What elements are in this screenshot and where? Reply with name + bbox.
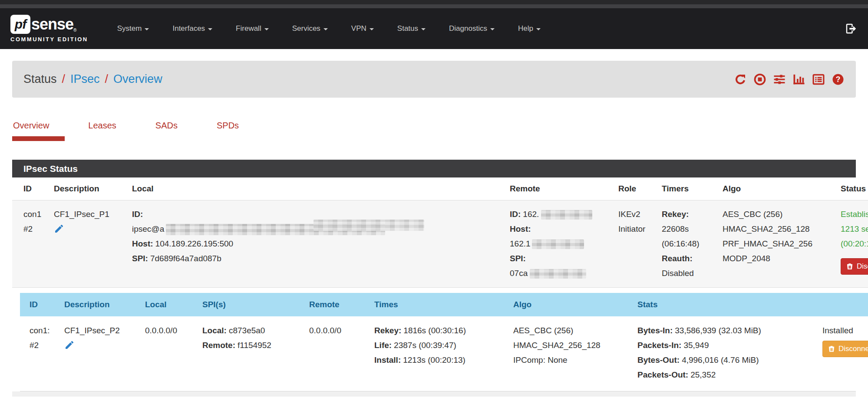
subnav-tabs: Overview Leases SADs SPDs [12,121,856,141]
cell-algo: AES_CBC (256) HMAC_SHA2_256_128 PRF_HMAC… [716,200,835,288]
navbar-top-strip [0,4,868,8]
cell-local: ID: ipsec@a Host:104.189.226.195:500 SPI… [126,200,504,288]
chevron-down-icon [421,28,426,30]
col-algo: Algo [507,293,631,316]
sign-out-icon [845,22,858,35]
registered-mark: ® [73,28,76,33]
breadcrumb-root: Status [23,72,57,86]
disconnect-p1-button[interactable]: Disconnect [841,258,868,275]
redaction-block [532,240,584,249]
redaction-block [541,210,592,220]
panel-title: IPsec Status [12,160,856,177]
breadcrumb-link-ipsec[interactable]: IPsec [70,72,100,86]
cell-role: IKEv2 Initiator [612,200,656,288]
col-status [816,293,868,316]
col-stats: Stats [631,293,816,316]
edit-p1-button[interactable] [54,223,64,239]
sliders-icon[interactable] [773,73,786,86]
chevron-down-icon [145,28,149,30]
redaction-block [314,220,424,231]
breadcrumb-link-overview[interactable]: Overview [113,72,162,86]
col-remote: Remote [303,293,368,316]
cell-id: con1 #2 [12,200,48,288]
child-sa-section: ID Description Local SPI(s) Remote Times… [20,288,856,391]
pfsense-logo[interactable]: pf sense ® COMMUNITY EDITION [10,15,88,43]
cell-local: 0.0.0.0/0 [139,316,196,391]
menu-help[interactable]: Help [506,24,552,33]
refresh-icon[interactable] [734,73,747,86]
chevron-down-icon [536,28,541,30]
chevron-down-icon [264,28,269,30]
logout-button[interactable] [845,22,858,35]
edit-p2-button[interactable] [64,340,75,355]
cell-description: CF1_IPsec_P1 [48,200,126,288]
page-toolbar: ? [734,73,845,86]
menu-services[interactable]: Services [281,24,340,33]
col-times: Times [368,293,507,316]
trash-icon [828,345,835,353]
cell-spis: Local:c873e5a0 Remote:f1154952 [196,316,303,391]
chevron-down-icon [208,28,212,30]
status-installed: Installed [822,323,868,338]
child-sa-row: con1: #2 CF1_IPsec_P2 0.0.0.0/0 [20,316,868,391]
col-id: ID [20,293,58,316]
col-spis: SPI(s) [196,293,303,316]
log-list-icon[interactable] [812,73,825,86]
col-description: Description [48,177,126,200]
col-timers: Timers [656,177,716,200]
breadcrumb-bar: Status / IPsec / Overview ? [12,61,856,98]
col-algo: Algo [716,177,835,200]
ike-sa-table: ID Description Local Remote Role Timers … [12,177,868,288]
ike-header-row: ID Description Local Remote Role Timers … [12,177,868,200]
cell-algo: AES_CBC (256) HMAC_SHA2_256_128 IPComp: … [507,316,631,391]
tab-overview[interactable]: Overview [13,121,49,141]
pf-logo-box: pf [10,15,30,34]
cell-remote: ID:162. Host: 162.1 SPI: 07ca [504,200,612,288]
menu-status[interactable]: Status [386,24,437,33]
cell-timers: Rekey: 22608s (06:16:48) Reauth: Disable… [656,200,716,288]
col-status: Status [835,177,868,200]
pencil-icon [54,223,64,234]
page-content: Status / IPsec / Overview ? [0,61,868,397]
breadcrumb: Status / IPsec / Overview [23,72,162,86]
top-navbar: pf sense ® COMMUNITY EDITION System Inte… [0,8,868,49]
cell-stats: Bytes-In:33,586,939 (32.03 MiB) Packets-… [631,316,816,391]
breadcrumb-separator: / [105,72,109,86]
cell-status: Established 1213 seconds (00:20:13) Disc… [835,200,868,288]
browser-top-strip [0,0,868,4]
cell-description: CF1_IPsec_P2 [58,316,139,391]
chevron-down-icon [323,28,328,30]
col-local: Local [126,177,504,200]
col-id: ID [12,177,48,200]
tab-sads[interactable]: SADs [155,121,178,141]
child-header-row: ID Description Local SPI(s) Remote Times… [20,293,868,316]
stop-circle-icon[interactable] [753,73,766,86]
svg-text:?: ? [836,75,841,84]
page-bottom-strip [12,391,856,397]
menu-vpn[interactable]: VPN [340,24,386,33]
tab-leases[interactable]: Leases [88,121,116,141]
bar-chart-icon[interactable] [792,73,805,86]
tab-spds[interactable]: SPDs [217,121,239,141]
cell-remote: 0.0.0.0/0 [303,316,368,391]
breadcrumb-separator: / [62,72,66,86]
ike-sa-row: con1 #2 CF1_IPsec_P1 ID: ipsec@a Host:10… [12,200,868,288]
chevron-down-icon [490,28,495,30]
child-sa-table: ID Description Local SPI(s) Remote Times… [20,293,868,391]
trash-icon [846,263,854,270]
col-local: Local [139,293,196,316]
menu-firewall[interactable]: Firewall [224,24,281,33]
menu-interfaces[interactable]: Interfaces [161,24,224,33]
disconnect-p2-button[interactable]: Disconnect [822,341,868,357]
main-menu: System Interfaces Firewall Services VPN … [106,24,552,33]
help-icon[interactable]: ? [832,73,845,86]
menu-diagnostics[interactable]: Diagnostics [437,24,506,33]
chevron-down-icon [370,28,374,30]
pf-logo-name: sense [31,15,73,34]
col-role: Role [612,177,656,200]
pencil-icon [64,340,75,350]
redaction-block [530,269,586,279]
col-remote: Remote [504,177,612,200]
menu-system[interactable]: System [106,24,161,33]
cell-id: con1: #2 [20,316,58,391]
